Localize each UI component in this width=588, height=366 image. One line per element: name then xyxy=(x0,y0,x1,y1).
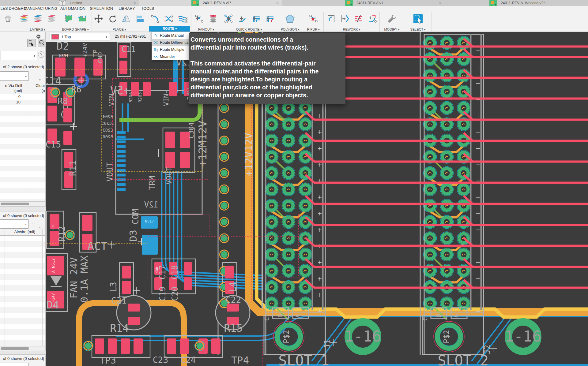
group-label-ripup[interactable]: RIPUP ▾ xyxy=(303,28,323,31)
document-tab[interactable]: 24011-REV-A_Working v2* xyxy=(445,0,588,6)
pcb-label: +24V xyxy=(81,43,89,58)
shown-summary: of 2 shown (0 selected) xyxy=(3,65,44,69)
menu-item-route-manual[interactable]: Route Manual xyxy=(152,32,189,39)
pcb-label: C +24V xyxy=(51,293,55,306)
mini-caret-icon[interactable]: ▾ xyxy=(39,226,41,229)
close-icon[interactable]: × xyxy=(134,0,136,6)
table-header[interactable]: Airwire (mil) xyxy=(0,229,45,236)
toolbar-group-rework[interactable]: REWORK ▾ xyxy=(324,12,380,32)
menu-library[interactable]: LIBRARY xyxy=(119,6,135,11)
layers-a-icon xyxy=(18,13,29,24)
group-label-route[interactable]: ROUTE ▾ xyxy=(149,26,190,32)
pcb-label: C304 xyxy=(187,122,195,139)
more-options-button[interactable]: ⋯ xyxy=(30,363,36,366)
pcb-label: R205 xyxy=(138,92,142,103)
toolbar-group-polygon[interactable]: POLYGON ▾ xyxy=(277,12,303,32)
toolbar-group-fanout[interactable]: FANOUT ▾ xyxy=(191,12,221,32)
pcb-label: TP3 xyxy=(100,355,116,366)
toolbar-group-ripup[interactable]: RIPUP ▾ xyxy=(303,12,324,32)
pcb-label: C11 xyxy=(122,45,136,54)
pcb-label: FAN 24V xyxy=(68,257,80,299)
quick-route-single-icon xyxy=(237,13,248,24)
table-row[interactable]: 0 xyxy=(0,94,45,100)
collapse-icon[interactable] xyxy=(36,35,40,39)
pcb-label: B xyxy=(277,314,284,318)
menu-item-route-differential-pair[interactable]: Route Differential Pair xyxy=(152,39,189,46)
toolbar-group-delete[interactable] xyxy=(0,12,16,32)
grid-status-text: 25 mil (-2792 -961 xyxy=(115,34,146,39)
panel-section-bottom: of 0 shown (0 selected) ▾ ⋯ xyxy=(0,354,46,366)
rework-spacing-icon xyxy=(353,13,364,24)
layer-selector[interactable]: 1 Top ▾ xyxy=(50,33,110,40)
menu-item-route-multiple[interactable]: Route Multiple xyxy=(152,46,189,53)
horizontal-scrollbar[interactable] xyxy=(0,201,45,206)
group-label-select[interactable]: SELECT ▾ xyxy=(404,28,432,31)
panel-section-airwires: of 0 shown (0 selected) ▾ ⋯ ▾ Airwire (m… xyxy=(0,211,46,351)
menu-iles-drc-erc[interactable]: ILES DRC/ERC xyxy=(0,6,26,11)
table-header[interactable]: n Via Drill(mil) Clear(n xyxy=(0,82,45,94)
toolbar-group-layers[interactable]: LAYERS ▾ xyxy=(16,12,59,32)
close-icon[interactable]: × xyxy=(439,0,442,6)
pcb-label: VIN- xyxy=(108,90,115,106)
toolbar-group-route[interactable]: ROUTE ▾ xyxy=(147,12,191,32)
group-label-rework[interactable]: REWORK ▾ xyxy=(324,28,379,31)
pcb-label: C17 xyxy=(158,265,167,280)
ripup-icon xyxy=(308,13,319,24)
marquee-select-button[interactable] xyxy=(27,39,36,47)
more-options-button[interactable]: ⋯ xyxy=(29,72,35,78)
group-label-board-shape[interactable]: BOARD SHAPE ▾ xyxy=(59,28,92,31)
more-options-button[interactable]: ⋯ xyxy=(30,220,36,226)
table-row[interactable]: 10 xyxy=(0,100,45,105)
filter-dropdown[interactable]: ▾ xyxy=(0,363,29,366)
group-label-modify[interactable]: MODIFY ▾ xyxy=(380,28,404,31)
group-label-polygon[interactable]: POLYGON ▾ xyxy=(277,28,303,31)
trash-icon xyxy=(2,13,13,24)
pcb-label: TP4 xyxy=(231,354,249,366)
layers-c-icon xyxy=(46,13,57,24)
meander-icon xyxy=(153,54,158,59)
group-label-quick-route[interactable]: QUICK ROUTE ▾ xyxy=(221,28,277,31)
route-manual-icon xyxy=(153,33,158,38)
pcb-label: VIN- xyxy=(162,90,170,106)
toolbar-group-select[interactable]: SELECT ▾ xyxy=(404,12,432,32)
menu-automation[interactable]: AUTOMATION xyxy=(60,6,85,11)
board-icon xyxy=(190,0,201,6)
layer-color-swatch xyxy=(51,34,59,39)
toolbar-group-place[interactable]: PLACE ▾ xyxy=(92,12,147,32)
menu-tools[interactable]: TOOLS xyxy=(141,6,154,11)
pcb-label: NS94 xyxy=(59,54,68,58)
toolbar-group-board-shape[interactable]: BOARD SHAPE ▾ xyxy=(59,12,92,32)
toolbar-group-modify[interactable]: MODIFY ▾ xyxy=(380,12,404,32)
magnifier-icon xyxy=(38,39,46,47)
tab-label: 24011-REV-A v1 xyxy=(356,1,383,5)
filter-dropdown[interactable]: ▾ xyxy=(0,219,29,229)
close-icon[interactable]: × xyxy=(276,0,279,6)
wrench-icon xyxy=(386,13,398,24)
menu-simulation[interactable]: SIMULATION xyxy=(90,6,113,11)
rework-reroute-icon xyxy=(367,13,378,24)
document-tab[interactable]: Untitled× xyxy=(0,0,139,6)
cursor-arrow-icon xyxy=(31,43,33,46)
help-icon[interactable]: ? xyxy=(38,51,44,58)
pcb-label: A NS12 xyxy=(51,259,55,273)
document-tab[interactable]: 24011-REV-A v1*× xyxy=(139,0,282,6)
quick-route-all-icon xyxy=(223,13,234,24)
menu-item-meander[interactable]: Meander xyxy=(152,53,189,60)
document-tab[interactable]: 24011-REV-A v1× xyxy=(282,0,445,6)
pcb-label: 1-16 xyxy=(345,327,381,345)
pcb-label: R8 xyxy=(58,96,68,106)
horizontal-scrollbar[interactable] xyxy=(0,346,45,351)
group-label-layers[interactable]: LAYERS ▾ xyxy=(16,28,59,31)
filter-dropdown[interactable]: ▾ xyxy=(0,71,29,81)
pcb-label: +12V12V xyxy=(243,133,255,176)
toolbar-group-quick-route[interactable]: QUICK ROUTE ▾ xyxy=(221,12,277,32)
group-label-place[interactable]: PLACE ▾ xyxy=(92,28,147,31)
mini-caret-icon[interactable]: ▾ xyxy=(39,78,41,81)
group-label-fanout[interactable]: FANOUT ▾ xyxy=(191,28,221,31)
zoom-select-button[interactable] xyxy=(38,39,46,47)
rule-set-dropdown[interactable]: ▾ xyxy=(1,51,37,60)
pcb-label: A xyxy=(452,314,459,318)
pcb-label: VOUT xyxy=(165,167,173,185)
menu-manufacturing[interactable]: MANUFACTURING xyxy=(24,6,57,11)
main-toolbar: LAYERS ▾BOARD SHAPE ▾PLACE ▾ROUTE ▾FANOU… xyxy=(0,12,588,32)
